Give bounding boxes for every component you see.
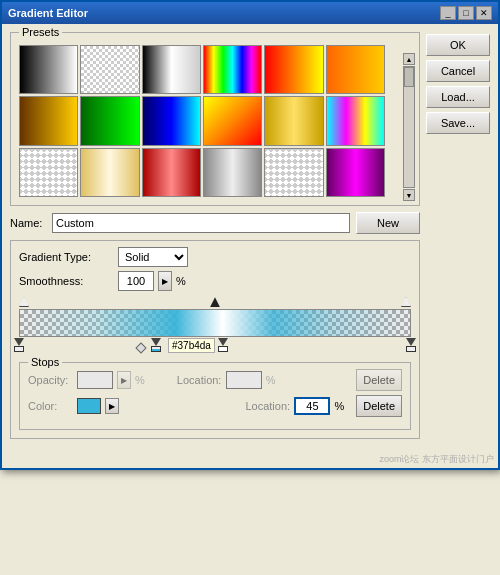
preset-item-4[interactable] (203, 45, 262, 94)
opacity-stop-mid[interactable] (210, 297, 220, 307)
name-row: Name: New (10, 212, 420, 234)
presets-grid (19, 45, 399, 197)
gradient-type-select[interactable]: Solid Noise (118, 247, 188, 267)
title-bar: Gradient Editor _ □ ✕ (2, 2, 498, 24)
minimize-button[interactable]: _ (440, 6, 456, 20)
scroll-thumb[interactable] (404, 67, 414, 87)
preset-item-13[interactable] (19, 148, 78, 197)
color-swatch[interactable] (77, 398, 101, 414)
scroll-track[interactable] (403, 66, 415, 188)
opacity-delete-button[interactable]: Delete (356, 369, 402, 391)
presets-group: Presets (10, 32, 420, 206)
gradient-bar-container: #37b4da (19, 295, 411, 358)
maximize-button[interactable]: □ (458, 6, 474, 20)
color-stop-left[interactable] (14, 338, 24, 352)
close-button[interactable]: ✕ (476, 6, 492, 20)
preset-item-9[interactable] (142, 96, 201, 145)
preset-item-15[interactable] (142, 148, 201, 197)
window-title: Gradient Editor (8, 7, 88, 19)
preset-item-1[interactable] (19, 45, 78, 94)
smoothness-percent: % (176, 275, 186, 287)
gradient-overlay (20, 310, 410, 336)
cancel-button[interactable]: Cancel (426, 60, 490, 82)
save-button[interactable]: Save... (426, 112, 490, 134)
main-content: Presets (10, 32, 420, 445)
preset-item-5[interactable] (264, 45, 323, 94)
preset-item-6[interactable] (326, 45, 385, 94)
smoothness-spinner[interactable]: ▶ (158, 271, 172, 291)
preset-item-16[interactable] (203, 148, 262, 197)
midpoint-diamond[interactable] (135, 343, 146, 354)
opacity-stop-right[interactable] (401, 297, 411, 307)
opacity-percent: % (135, 374, 145, 386)
ok-button[interactable]: OK (426, 34, 490, 56)
gradient-settings: Gradient Type: Solid Noise Smoothness: ▶… (10, 240, 420, 439)
gradient-editor-window: Gradient Editor _ □ ✕ Presets (0, 0, 500, 470)
opacity-location-percent: % (266, 374, 276, 386)
side-buttons: OK Cancel Load... Save... (426, 32, 490, 445)
color-tooltip: #37b4da (168, 338, 215, 353)
color-delete-button[interactable]: Delete (356, 395, 402, 417)
opacity-label: Opacity: (28, 374, 73, 386)
type-row: Gradient Type: Solid Noise (19, 247, 411, 267)
color-label: Color: (28, 400, 73, 412)
load-button[interactable]: Load... (426, 86, 490, 108)
scroll-up-button[interactable]: ▲ (403, 53, 415, 65)
opacity-stop-left[interactable] (19, 297, 29, 307)
presets-scrollbar[interactable]: ▲ ▼ (403, 53, 415, 201)
presets-label: Presets (19, 26, 62, 38)
bottom-stops-row: #37b4da (19, 338, 411, 358)
color-stop-right[interactable] (406, 338, 416, 352)
name-input[interactable] (52, 213, 350, 233)
color-stop-1[interactable] (151, 338, 161, 352)
color-location-percent: % (334, 400, 344, 412)
preset-item-14[interactable] (80, 148, 139, 197)
preset-item-10[interactable] (203, 96, 262, 145)
opacity-input (77, 371, 113, 389)
preset-item-12[interactable] (326, 96, 385, 145)
smoothness-label: Smoothness: (19, 275, 114, 287)
window-body: Presets (2, 24, 498, 453)
preset-item-3[interactable] (142, 45, 201, 94)
opacity-location-input (226, 371, 262, 389)
preset-item-11[interactable] (264, 96, 323, 145)
preset-item-17[interactable] (264, 148, 323, 197)
title-controls: _ □ ✕ (440, 6, 492, 20)
color-stop-3[interactable] (218, 338, 228, 352)
color-location-label: Location: (245, 400, 290, 412)
preset-item-8[interactable] (80, 96, 139, 145)
top-stops-row (19, 295, 411, 309)
opacity-location-label: Location: (177, 374, 222, 386)
preset-item-2[interactable] (80, 45, 139, 94)
smoothness-row: Smoothness: ▶ % (19, 271, 411, 291)
stops-group-label: Stops (28, 356, 62, 368)
color-location-input[interactable] (294, 397, 330, 415)
watermark: zoom论坛 东方平面设计门户 (2, 453, 498, 468)
new-button[interactable]: New (356, 212, 420, 234)
stops-section: Stops Opacity: ▶ % Location: % Delete (19, 362, 411, 430)
scroll-down-button[interactable]: ▼ (403, 189, 415, 201)
type-label: Gradient Type: (19, 251, 114, 263)
preset-item-7[interactable] (19, 96, 78, 145)
name-label: Name: (10, 217, 46, 229)
opacity-spinner: ▶ (117, 371, 131, 389)
preset-item-18[interactable] (326, 148, 385, 197)
color-stops-row: Color: ▶ Location: % Delete (28, 395, 402, 417)
gradient-bar[interactable] (19, 309, 411, 337)
smoothness-input[interactable] (118, 271, 154, 291)
color-arrow-button[interactable]: ▶ (105, 398, 119, 414)
opacity-stops-row: Opacity: ▶ % Location: % Delete (28, 369, 402, 391)
